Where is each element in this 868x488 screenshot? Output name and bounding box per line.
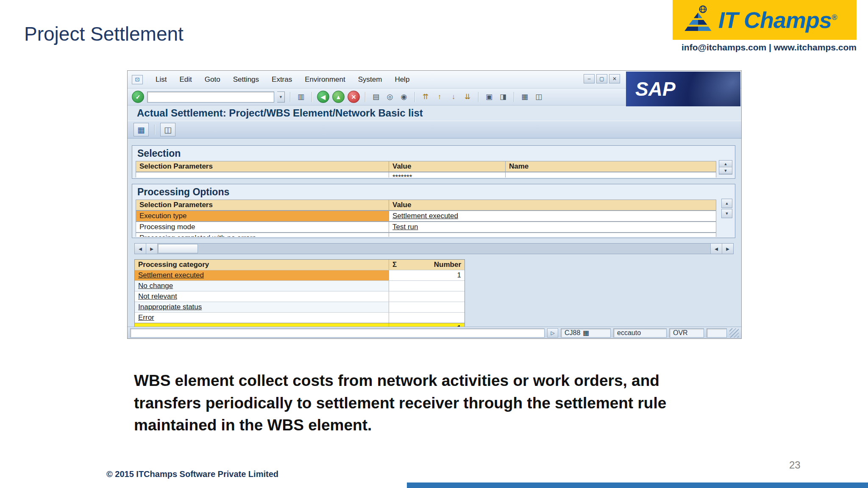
processing-header-parameters: Selection Parameters <box>136 200 389 211</box>
processing-clipped-label: Processing completed with no errors <box>136 233 389 237</box>
scroll-up-icon[interactable]: ▲ <box>719 161 732 167</box>
layout-icon[interactable]: ▦ <box>519 92 530 103</box>
first-page-icon[interactable]: ⇈ <box>420 92 431 103</box>
system-field: eccauto <box>613 328 667 338</box>
window-menu-icon[interactable]: ⊡ <box>132 75 143 84</box>
itchamps-logo: IT Champs® <box>673 0 857 40</box>
contact-info: info@itchamps.com | www.itchamps.com <box>682 42 857 53</box>
command-field-dropdown-icon[interactable]: ▼ <box>277 92 285 103</box>
menu-settings[interactable]: Settings <box>233 75 259 84</box>
table-row: No change <box>135 280 465 291</box>
result-category[interactable]: Error <box>135 313 389 323</box>
processing-mode-value[interactable]: Test run <box>389 222 716 233</box>
table-row: Error <box>135 312 465 323</box>
menu-extras[interactable]: Extras <box>272 75 292 84</box>
command-field[interactable] <box>147 92 274 103</box>
save-icon[interactable]: ▥ <box>295 92 306 103</box>
result-category[interactable]: Settlement executed <box>135 270 389 280</box>
itchamps-logo-text: IT Champs® <box>718 7 837 33</box>
toolbar-separator <box>514 92 514 102</box>
window-controls: – ▢ ✕ <box>584 74 620 83</box>
result-number <box>389 291 465 302</box>
cancel-icon[interactable]: ✕ <box>348 91 360 103</box>
toolbar-separator <box>312 92 312 102</box>
processing-header-value: Value <box>389 200 716 211</box>
screen-content: Selection Selection Parameters Value Nam… <box>128 139 741 327</box>
menu-list[interactable]: List <box>156 75 167 84</box>
last-page-icon[interactable]: ⇊ <box>462 92 473 103</box>
processing-mode-row: Processing mode Test run <box>136 222 716 233</box>
selection-row-param <box>136 172 389 177</box>
minimize-button[interactable]: – <box>584 74 595 83</box>
enter-icon[interactable]: ✓ <box>132 91 144 103</box>
selection-header-parameters: Selection Parameters <box>136 161 389 172</box>
scroll-down-icon[interactable]: ▼ <box>719 167 732 174</box>
table-row: Not relevant <box>135 291 465 302</box>
detail-icon[interactable]: ◫ <box>533 92 544 103</box>
processing-options-title: Processing Options <box>132 184 735 200</box>
status-extra-field <box>707 328 727 338</box>
execution-type-value[interactable]: Settlement executed <box>389 211 716 222</box>
scrollbar-track[interactable] <box>198 244 710 254</box>
new-session-icon[interactable]: ▣ <box>484 92 495 103</box>
back-icon[interactable]: ◀ <box>317 91 329 103</box>
find-next-icon[interactable]: ◉ <box>398 92 409 103</box>
horizontal-scrollbar[interactable]: ◀ ▶ ◀ ▶ <box>134 243 734 254</box>
sigma-icon: Σ <box>392 261 397 269</box>
toolbar-separator <box>415 92 415 102</box>
exit-icon[interactable]: ▲ <box>332 91 345 103</box>
scroll-right-icon[interactable]: ▶ <box>722 244 733 254</box>
copyright-footer: © 2015 ITChamps Software Private Limited <box>106 469 278 479</box>
toolbar-separator <box>290 92 290 102</box>
scroll-up-icon[interactable]: ▲ <box>721 199 732 208</box>
menu-system[interactable]: System <box>358 75 382 84</box>
result-number <box>389 313 465 323</box>
menu-goto[interactable]: Goto <box>205 75 220 84</box>
results-header-row: Processing category Σ Number <box>135 260 465 270</box>
close-button[interactable]: ✕ <box>609 74 620 83</box>
resize-grip[interactable] <box>729 328 739 338</box>
selection-row-name <box>505 172 716 177</box>
processing-options-group: Processing Options Selection Parameters … <box>132 184 735 238</box>
menu-edit[interactable]: Edit <box>179 75 192 84</box>
processing-mode-label[interactable]: Processing mode <box>136 222 389 233</box>
scroll-left-icon[interactable]: ◀ <box>710 244 722 254</box>
restore-button[interactable]: ▢ <box>596 74 607 83</box>
scroll-right-icon[interactable]: ▶ <box>146 244 158 254</box>
results-header-category: Processing category <box>135 260 389 270</box>
result-number <box>389 302 465 312</box>
result-number <box>389 281 465 291</box>
selection-group: Selection Selection Parameters Value Nam… <box>132 145 735 179</box>
shortcut-icon[interactable]: ◨ <box>498 92 509 103</box>
result-category[interactable]: Inappropriate status <box>135 302 389 312</box>
find-icon[interactable]: ◎ <box>384 92 395 103</box>
next-page-icon[interactable]: ↓ <box>448 92 459 103</box>
result-category[interactable]: Not relevant <box>135 291 389 302</box>
transaction-grid-icon: ▦ <box>583 329 589 337</box>
transaction-field[interactable]: CJ88 ▦ <box>561 328 611 338</box>
scrollbar-thumb[interactable] <box>158 244 198 253</box>
sap-logo: SAP <box>626 72 740 106</box>
application-toolbar: ▦ ◫ <box>128 121 741 139</box>
column-view-icon[interactable]: ◫ <box>160 123 175 136</box>
results-header-number: Σ Number <box>389 260 465 270</box>
scroll-left-icon[interactable]: ◀ <box>135 244 146 254</box>
menu-environment[interactable]: Environment <box>305 75 345 84</box>
status-expand-icon[interactable]: ▷ <box>547 328 558 338</box>
print-icon[interactable]: ▤ <box>370 92 381 103</box>
page-title: Project Settlement <box>24 22 184 45</box>
insert-mode-field[interactable]: OVR <box>669 328 704 338</box>
result-number: 1 <box>389 270 465 280</box>
menu-help[interactable]: Help <box>395 75 409 84</box>
scroll-down-icon[interactable]: ▼ <box>721 209 732 218</box>
toolbar-separator <box>154 125 155 135</box>
previous-page-icon[interactable]: ↑ <box>434 92 445 103</box>
processing-clipped-value <box>389 233 716 237</box>
selection-row-value: ******* <box>389 172 506 177</box>
result-category[interactable]: No change <box>135 281 389 291</box>
itchamps-pyramid-icon <box>683 5 713 35</box>
grid-layout-icon[interactable]: ▦ <box>134 123 149 136</box>
execution-type-row: Execution type Settlement executed <box>136 211 716 222</box>
processing-clipped-row: Processing completed with no errors <box>136 233 716 237</box>
execution-type-label[interactable]: Execution type <box>136 211 389 222</box>
